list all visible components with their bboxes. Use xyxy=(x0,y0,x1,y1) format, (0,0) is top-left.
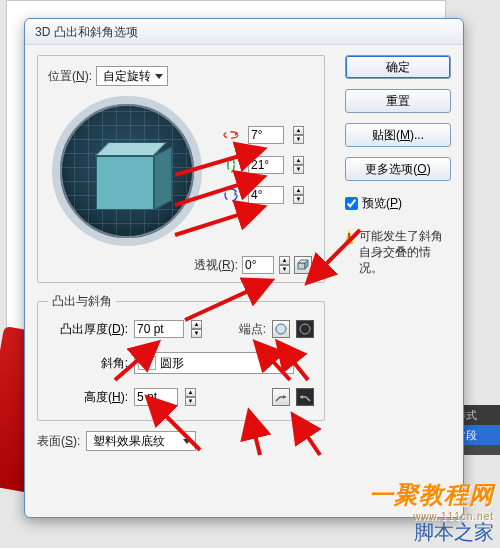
bevel-height-stepper[interactable]: ▲▼ xyxy=(185,388,196,406)
rotate-y-value[interactable]: 21° xyxy=(248,156,284,174)
svg-rect-6 xyxy=(298,263,305,269)
bevel-swatch-icon xyxy=(138,356,156,370)
svg-marker-11 xyxy=(283,395,286,399)
position-label: 位置(N): xyxy=(48,68,92,85)
cube-icon xyxy=(96,148,174,216)
perspective-stepper[interactable]: ▲▼ xyxy=(279,256,290,274)
warning-icon xyxy=(345,228,353,244)
rotate-y-icon[interactable] xyxy=(222,156,240,174)
cap-on-button[interactable] xyxy=(272,320,290,338)
reset-button[interactable]: 重置 xyxy=(345,89,451,113)
more-options-button[interactable]: 更多选项(O) xyxy=(345,157,451,181)
dialog-button-column: 确定 重置 贴图(M)... 更多选项(O) 预览(P) 可能发生了斜角自身交叠… xyxy=(345,55,451,276)
surface-dropdown[interactable]: 塑料效果底纹 xyxy=(86,431,196,451)
bevel-label: 斜角: xyxy=(48,355,128,372)
bevel-in-button[interactable] xyxy=(272,388,290,406)
position-dropdown[interactable]: 自定旋转 xyxy=(96,66,168,86)
rotate-x-value[interactable]: 7° xyxy=(248,126,284,144)
dialog-3d-extrude-bevel: 3D 凸出和斜角选项 位置(N): 自定旋转 xyxy=(24,18,464,518)
preview-checkbox-row[interactable]: 预览(P) xyxy=(345,195,451,212)
group-position: 位置(N): 自定旋转 7° ▲▼ xyxy=(37,55,325,283)
bevel-height-label: 高度(H): xyxy=(48,389,128,406)
extrude-legend: 凸出与斜角 xyxy=(48,293,116,310)
surface-row: 表面(S): 塑料效果底纹 xyxy=(37,431,451,451)
extrude-depth-stepper[interactable]: ▲▼ xyxy=(191,320,202,338)
rotate-x-stepper[interactable]: ▲▼ xyxy=(293,126,304,144)
rotation-controls: 7° ▲▼ 21° ▲▼ 4° ▲▼ xyxy=(222,126,312,216)
cube-preview[interactable] xyxy=(52,96,202,246)
rotate-z-stepper[interactable]: ▲▼ xyxy=(293,186,304,204)
bevel-dropdown[interactable]: 圆形 xyxy=(134,352,294,374)
perspective-value[interactable]: 0° xyxy=(242,256,274,274)
rotate-y-stepper[interactable]: ▲▼ xyxy=(293,156,304,174)
rotate-x-icon[interactable] xyxy=(222,126,240,144)
map-art-button[interactable]: 贴图(M)... xyxy=(345,123,451,147)
cap-label: 端点: xyxy=(239,321,266,338)
dialog-title: 3D 凸出和斜角选项 xyxy=(25,19,463,45)
group-extrude-bevel: 凸出与斜角 凸出厚度(D): 70 pt ▲▼ 端点: 斜角: xyxy=(37,293,325,421)
watermark-site2: 脚本之家 xyxy=(414,519,494,546)
surface-label: 表面(S): xyxy=(37,433,80,450)
perspective-cube-button[interactable] xyxy=(294,256,312,274)
bevel-height-value[interactable]: 5 pt xyxy=(134,388,178,406)
rotate-z-value[interactable]: 4° xyxy=(248,186,284,204)
svg-point-10 xyxy=(300,324,310,334)
perspective-label: 透视(R): xyxy=(194,257,238,274)
preview-checkbox[interactable] xyxy=(345,197,358,210)
watermark-site1: 一聚教程网 www.111cn.net xyxy=(369,479,494,522)
svg-marker-12 xyxy=(300,395,303,399)
svg-point-9 xyxy=(276,324,286,334)
bevel-out-button[interactable] xyxy=(296,388,314,406)
cap-off-button[interactable] xyxy=(296,320,314,338)
preview-label: 预览(P) xyxy=(362,195,402,212)
ok-button[interactable]: 确定 xyxy=(345,55,451,79)
rotate-z-icon[interactable] xyxy=(222,186,240,204)
extrude-depth-label: 凸出厚度(D): xyxy=(48,321,128,338)
warning-message: 可能发生了斜角自身交叠的情况。 xyxy=(345,228,451,276)
extrude-depth-value[interactable]: 70 pt xyxy=(134,320,184,338)
